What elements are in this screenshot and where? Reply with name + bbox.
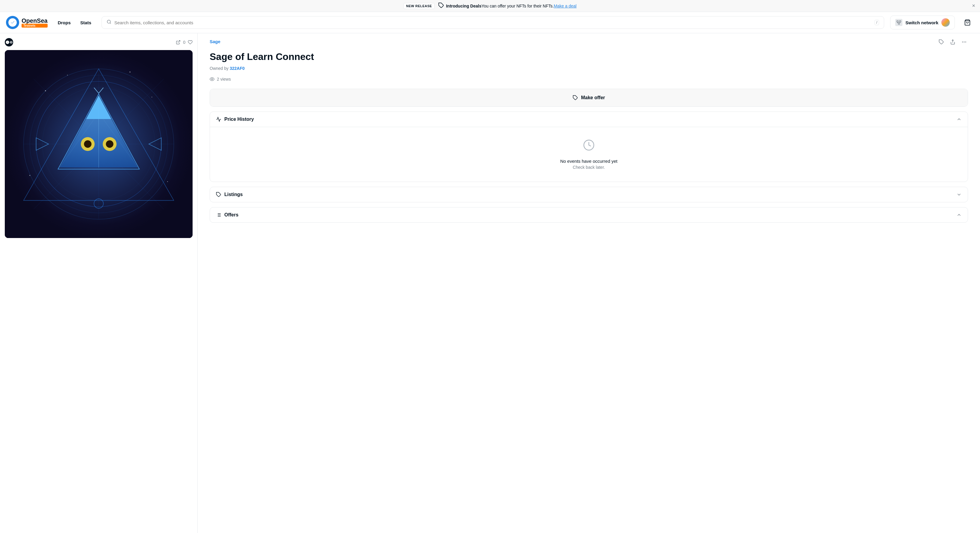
logo-circle xyxy=(6,16,19,29)
collection-link[interactable]: Sage xyxy=(210,39,220,44)
intro-text: Introducing Deals xyxy=(446,3,481,8)
owner-info: Owned by 322AF0 xyxy=(210,66,968,71)
deals-icon xyxy=(438,2,444,9)
nav-stats[interactable]: Stats xyxy=(76,18,95,27)
views-info: 2 views xyxy=(210,77,968,81)
nft-panel: – ⊖ 0 xyxy=(0,33,198,533)
listings-accordion: Listings xyxy=(210,187,968,202)
svg-rect-5 xyxy=(898,23,900,24)
user-avatar xyxy=(941,18,950,27)
svg-point-37 xyxy=(45,90,46,91)
owner-address-link[interactable]: 322AF0 xyxy=(230,66,245,71)
opensea-logo[interactable]: OpenSea Testnets xyxy=(6,16,48,29)
svg-point-1 xyxy=(107,20,111,23)
make-offer-label: Make offer xyxy=(581,95,605,101)
nft-detail-header: Sage xyxy=(210,38,968,47)
cart-button[interactable] xyxy=(961,16,974,29)
nft-details-panel: Sage xyxy=(198,33,980,533)
share-image-button[interactable] xyxy=(176,40,181,45)
svg-point-48 xyxy=(212,78,213,80)
nft-title: Sage of Learn Connect xyxy=(210,51,968,62)
svg-line-2 xyxy=(110,23,111,24)
detail-actions xyxy=(937,38,968,47)
svg-point-42 xyxy=(129,72,130,73)
offer-tag-icon xyxy=(573,95,578,101)
action-area: Make offer xyxy=(210,89,968,107)
testnets-badge: Testnets xyxy=(22,24,48,27)
no-events-sub: Check back later. xyxy=(573,165,605,170)
svg-line-12 xyxy=(178,40,180,43)
like-button[interactable] xyxy=(188,40,192,45)
listings-header[interactable]: Listings xyxy=(210,187,968,202)
announcement-close-button[interactable]: × xyxy=(972,3,975,9)
svg-point-39 xyxy=(29,175,30,176)
nft-image-header: – ⊖ 0 xyxy=(5,38,192,46)
offers-accordion: Offers xyxy=(210,207,968,223)
price-history-label: Price History xyxy=(224,116,254,122)
svg-point-40 xyxy=(167,181,168,182)
views-icon xyxy=(210,77,215,81)
price-history-icon xyxy=(216,116,221,122)
like-count: 0 xyxy=(183,40,185,45)
svg-point-47 xyxy=(965,41,966,43)
svg-point-46 xyxy=(964,41,965,43)
listings-header-left: Listings xyxy=(216,192,243,197)
svg-point-41 xyxy=(67,75,68,75)
offers-header-left: Offers xyxy=(216,212,239,218)
nav-drops[interactable]: Drops xyxy=(54,18,75,27)
search-bar-container: / xyxy=(102,16,884,29)
search-icon xyxy=(107,19,111,26)
main-nav: Drops Stats xyxy=(54,18,95,27)
listings-label: Listings xyxy=(224,192,243,197)
svg-rect-3 xyxy=(897,21,898,22)
listings-expand-icon xyxy=(956,192,962,197)
new-release-badge: NEW RELEASE xyxy=(403,3,434,9)
logo-text: OpenSea xyxy=(22,18,48,24)
clock-icon xyxy=(583,139,595,154)
slash-shortcut: / xyxy=(875,20,879,25)
offers-collapse-icon xyxy=(956,212,962,218)
make-deal-link[interactable]: Make a deal xyxy=(554,3,577,8)
sub-text: You can offer your NFTs for their NFTs. xyxy=(481,3,554,8)
price-history-header[interactable]: Price History xyxy=(210,112,968,127)
header: OpenSea Testnets Drops Stats / Switch ne… xyxy=(0,12,980,33)
price-history-accordion: Price History No events have occurred ye… xyxy=(210,112,968,182)
collapse-icon xyxy=(956,116,962,122)
main-content: – ⊖ 0 xyxy=(0,33,980,533)
svg-point-33 xyxy=(106,140,113,148)
owned-by-label: Owned by xyxy=(210,66,229,71)
offers-header[interactable]: Offers xyxy=(210,207,968,222)
switch-network-button[interactable]: Switch network xyxy=(890,16,955,29)
listings-icon xyxy=(216,192,221,197)
announcement-bar: NEW RELEASE Introducing Deals You can of… xyxy=(0,0,980,12)
price-history-body: No events have occurred yet Check back l… xyxy=(210,127,968,182)
svg-point-32 xyxy=(84,140,91,148)
nft-image-container xyxy=(5,50,192,238)
svg-rect-4 xyxy=(899,21,901,22)
share-button[interactable] xyxy=(949,38,957,47)
views-count: 2 views xyxy=(217,77,231,81)
svg-point-45 xyxy=(962,41,963,43)
more-options-button[interactable] xyxy=(960,38,968,47)
network-icon xyxy=(895,19,902,26)
offers-label: Offers xyxy=(224,212,239,218)
offers-icon xyxy=(216,212,221,218)
search-input[interactable] xyxy=(115,20,872,25)
nft-image-actions: 0 xyxy=(176,40,192,45)
chain-icon: – ⊖ xyxy=(5,38,13,46)
logo-wrapper: OpenSea Testnets xyxy=(22,18,48,27)
svg-point-38 xyxy=(151,97,152,97)
accordion-header-left: Price History xyxy=(216,116,254,122)
nft-artwork xyxy=(5,50,192,238)
deals-tag-button[interactable] xyxy=(937,38,945,47)
switch-network-label: Switch network xyxy=(905,20,939,25)
make-offer-button[interactable]: Make offer xyxy=(210,89,968,107)
no-events-title: No events have occurred yet xyxy=(560,159,617,164)
